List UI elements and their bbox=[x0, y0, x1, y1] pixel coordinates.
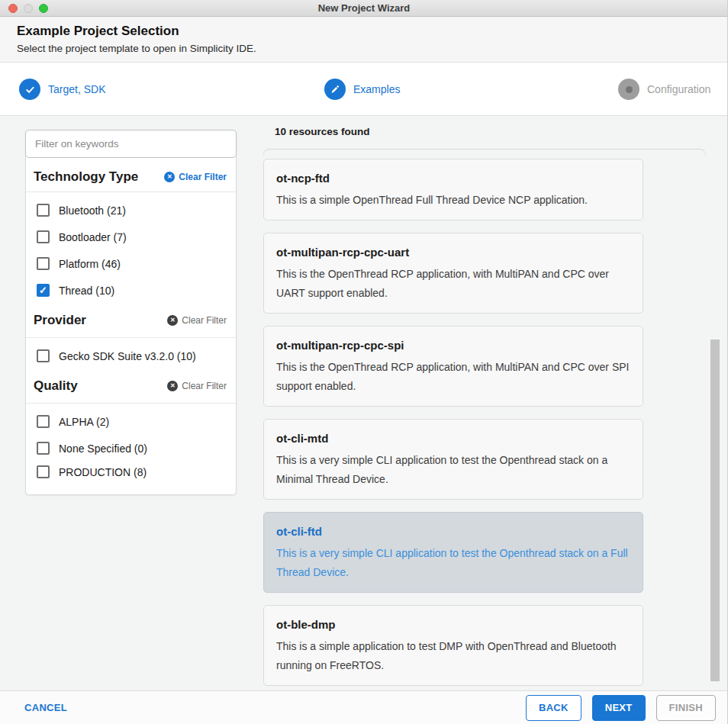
page-title: Example Project Selection bbox=[17, 24, 711, 39]
step-label: Configuration bbox=[647, 83, 710, 95]
clear-filter-label: Clear Filter bbox=[182, 381, 227, 391]
clear-circle-x-icon: ✕ bbox=[167, 315, 178, 326]
pencil-icon bbox=[324, 79, 346, 100]
example-card-ot-multipan-rcp-cpc-uart[interactable]: ot-multipan-rcp-cpc-uart This is the Ope… bbox=[263, 233, 643, 314]
window-title: New Project Wizard bbox=[318, 2, 411, 14]
filter-option-bootloader[interactable]: Bootloader (7) bbox=[26, 224, 236, 250]
minimize-window-button bbox=[24, 4, 33, 13]
main-content: Technology Type ✕ Clear Filter Bluetooth… bbox=[0, 116, 728, 690]
step-label: Examples bbox=[353, 83, 400, 95]
clear-filter-button[interactable]: ✕ Clear Filter bbox=[164, 172, 227, 182]
card-description: This is the OpenThread RCP application, … bbox=[276, 358, 630, 396]
filter-option-none-specified[interactable]: None Specified (0) bbox=[26, 435, 236, 462]
filter-sidebar: Technology Type ✕ Clear Filter Bluetooth… bbox=[25, 130, 237, 495]
filter-section-title: Provider bbox=[34, 313, 86, 328]
filter-section-title: Technology Type bbox=[34, 169, 138, 185]
card-description: This is a very simple CLI application to… bbox=[276, 544, 630, 582]
checkbox-unchecked[interactable] bbox=[37, 230, 50, 243]
clear-circle-x-icon: ✕ bbox=[164, 172, 175, 182]
example-card-ot-cli-mtd[interactable]: ot-cli-mtd This is a very simple CLI app… bbox=[263, 419, 643, 500]
step-examples[interactable]: Examples bbox=[324, 63, 400, 116]
card-description: This is a simple application to test DMP… bbox=[276, 637, 630, 675]
card-title: ot-cli-ftd bbox=[276, 523, 630, 540]
card-title: ot-cli-mtd bbox=[276, 430, 630, 447]
card-title: ot-multipan-rcp-cpc-spi bbox=[276, 336, 630, 354]
clear-circle-x-icon: ✕ bbox=[167, 381, 178, 391]
vertical-scrollbar-thumb[interactable] bbox=[710, 339, 720, 681]
close-window-button[interactable] bbox=[8, 4, 18, 13]
cancel-button[interactable]: CANCEL bbox=[24, 702, 67, 713]
divider bbox=[26, 403, 236, 404]
divider bbox=[26, 337, 236, 338]
results-list-top-edge bbox=[263, 149, 706, 156]
filter-section-header: Quality ✕ Clear Filter bbox=[26, 369, 236, 403]
step-target-sdk[interactable]: Target, SDK bbox=[19, 63, 105, 116]
traffic-lights bbox=[8, 4, 48, 13]
filter-option-alpha[interactable]: ALPHA (2) bbox=[26, 408, 236, 435]
card-description: This is a very simple CLI application to… bbox=[276, 451, 630, 489]
check-icon bbox=[19, 79, 40, 100]
filter-option-bluetooth[interactable]: Bluetooth (21) bbox=[26, 197, 236, 224]
example-card-ot-multipan-rcp-cpc-spi[interactable]: ot-multipan-rcp-cpc-spi This is the Open… bbox=[263, 326, 643, 407]
example-card-ot-ble-dmp[interactable]: ot-ble-dmp This is a simple application … bbox=[263, 605, 643, 686]
filter-option-gecko-sdk[interactable]: Gecko SDK Suite v3.2.0 (10) bbox=[26, 343, 236, 369]
example-card-ot-cli-ftd-selected[interactable]: ot-cli-ftd This is a very simple CLI app… bbox=[263, 512, 643, 593]
clear-filter-label: Clear Filter bbox=[179, 172, 227, 182]
next-button[interactable]: NEXT bbox=[592, 695, 646, 721]
zoom-window-button[interactable] bbox=[39, 4, 48, 13]
clear-filter-button-disabled[interactable]: ✕ Clear Filter bbox=[167, 315, 227, 326]
filter-section-title: Quality bbox=[34, 378, 78, 394]
clear-filter-label: Clear Filter bbox=[182, 315, 227, 326]
window-titlebar: New Project Wizard bbox=[0, 0, 728, 17]
checkbox-unchecked[interactable] bbox=[37, 257, 50, 270]
example-card-list: ot-ncp-ftd This is a simple OpenThread F… bbox=[263, 159, 643, 698]
back-button[interactable]: BACK bbox=[526, 695, 581, 721]
checkbox-unchecked[interactable] bbox=[37, 465, 50, 478]
checkbox-unchecked[interactable] bbox=[37, 349, 50, 362]
checkbox-unchecked[interactable] bbox=[37, 442, 50, 455]
page-subtitle: Select the project template to open in S… bbox=[17, 43, 711, 54]
divider bbox=[26, 191, 236, 192]
card-description: This is the OpenThread RCP application, … bbox=[276, 265, 630, 303]
card-description: This is a simple OpenThread Full Thread … bbox=[276, 191, 630, 210]
card-title: ot-multipan-rcp-cpc-uart bbox=[276, 243, 630, 261]
step-configuration: Configuration bbox=[618, 63, 710, 116]
filter-option-production[interactable]: PRODUCTION (8) bbox=[26, 462, 236, 488]
filter-option-platform[interactable]: Platform (46) bbox=[26, 250, 236, 277]
filter-section-header: Provider ✕ Clear Filter bbox=[26, 304, 236, 337]
card-title: ot-ble-dmp bbox=[276, 616, 630, 633]
clear-filter-button-disabled[interactable]: ✕ Clear Filter bbox=[167, 381, 227, 391]
filter-option-thread[interactable]: ✓ Thread (10) bbox=[26, 277, 236, 304]
keyword-filter-input[interactable] bbox=[25, 130, 237, 158]
wizard-stepper: Target, SDK Examples Configuration bbox=[0, 63, 728, 116]
wizard-header: Example Project Selection Select the pro… bbox=[0, 17, 728, 63]
checkbox-unchecked[interactable] bbox=[37, 204, 50, 217]
filter-section-header: Technology Type ✕ Clear Filter bbox=[26, 158, 236, 191]
results-count: 10 resources found bbox=[275, 126, 370, 137]
card-title: ot-ncp-ftd bbox=[276, 169, 630, 187]
checkbox-checked[interactable]: ✓ bbox=[37, 284, 50, 297]
pending-dot-icon bbox=[618, 79, 639, 100]
step-label: Target, SDK bbox=[48, 83, 105, 95]
example-card-ot-ncp-ftd[interactable]: ot-ncp-ftd This is a simple OpenThread F… bbox=[263, 159, 643, 220]
checkbox-unchecked[interactable] bbox=[37, 415, 50, 428]
finish-button-disabled: FINISH bbox=[656, 695, 716, 721]
wizard-footer: CANCEL BACK NEXT FINISH bbox=[0, 690, 728, 724]
